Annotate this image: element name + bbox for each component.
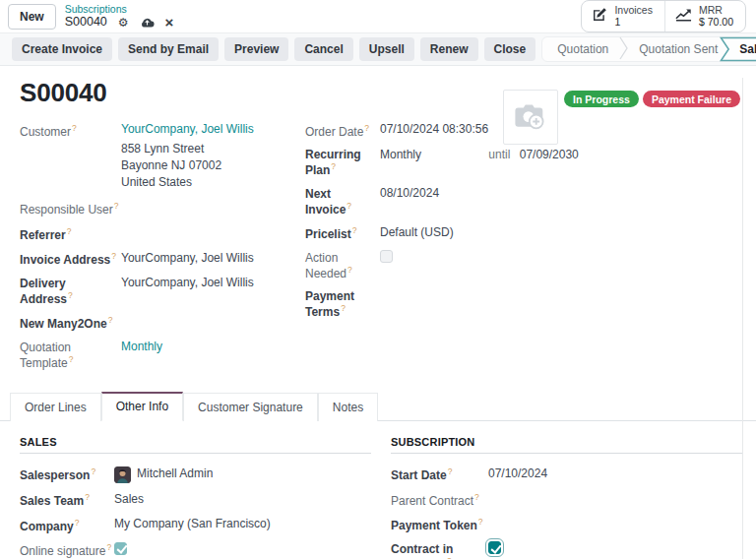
renew-button[interactable]: Renew: [420, 37, 478, 61]
stat-label: Invoices: [614, 4, 653, 16]
discard-icon[interactable]: ×: [165, 15, 174, 30]
field-customer: Customer? YourCompany, Joel Willis 858 L…: [20, 122, 303, 192]
help-marker: ?: [69, 354, 74, 364]
field-delivery-address: Delivery Address? YourCompany, Joel Will…: [20, 276, 303, 306]
mrr-stat-button[interactable]: MRR $ 70.00: [664, 1, 745, 32]
until-date-input[interactable]: 07/09/2030: [520, 148, 579, 161]
help-marker: ?: [111, 251, 116, 261]
subscription-group: SUBSCRIPTION Start Date? 07/10/2024 Pare…: [391, 436, 742, 559]
status-badges: In Progress Payment Failure: [564, 91, 740, 107]
help-marker: ?: [448, 466, 453, 476]
field-payment-terms: Payment Terms?: [305, 289, 640, 320]
help-marker: ?: [67, 226, 72, 236]
help-marker: ?: [478, 517, 483, 527]
help-marker: ?: [364, 123, 369, 133]
journal-edit-icon: [592, 7, 607, 26]
invoice-address-input[interactable]: YourCompany, Joel Willis: [121, 251, 303, 267]
field-contract-in-exception: Contract in exception?: [391, 541, 742, 559]
preview-button[interactable]: Preview: [224, 37, 288, 61]
cancel-button[interactable]: Cancel: [294, 37, 352, 61]
tab-order-lines[interactable]: Order Lines: [10, 393, 101, 421]
statusbar: Quotation Quotation Sent Sales Order: [541, 36, 756, 62]
field-responsible-user: Responsible User?: [20, 201, 303, 217]
invoices-stat-button[interactable]: Invoices 1: [582, 1, 664, 32]
create-invoice-button[interactable]: Create Invoice: [12, 37, 112, 61]
until-label: until: [488, 148, 510, 161]
chart-line-icon: [675, 8, 692, 25]
breadcrumb-parent-link[interactable]: Subscriptions: [65, 3, 174, 15]
payment-failure-badge: Payment Failure: [643, 91, 740, 107]
start-date-input[interactable]: 07/10/2024: [488, 466, 742, 482]
field-sales-team: Sales Team? Sales: [20, 492, 371, 509]
salesperson-avatar: [114, 466, 131, 483]
recurring-plan-select[interactable]: Monthly: [380, 148, 485, 163]
stat-value: 1: [614, 16, 620, 28]
media-block: In Progress Payment Failure: [503, 90, 740, 145]
tab-other-info[interactable]: Other Info: [101, 392, 183, 421]
action-needed-checkbox[interactable]: [380, 250, 393, 263]
action-toolbar: Create Invoice Send by Email Preview Can…: [0, 32, 756, 66]
field-payment-token: Payment Token?: [391, 517, 742, 533]
field-action-needed: Action Needed?: [305, 250, 640, 280]
notebook-tabs: Order Lines Other Info Customer Signatur…: [0, 392, 756, 421]
breadcrumb: Subscriptions S00040 ⚙ ×: [65, 3, 174, 30]
help-marker: ?: [85, 492, 90, 502]
stat-label: MRR: [699, 4, 733, 16]
upsell-button[interactable]: Upsell: [359, 37, 414, 61]
field-parent-contract: Parent Contract?: [391, 491, 742, 508]
field-invoice-address: Invoice Address? YourCompany, Joel Willi…: [20, 251, 303, 268]
field-next-invoice: Next Invoice? 08/10/2024: [305, 186, 640, 217]
help-marker: ?: [108, 315, 113, 325]
form-sheet: S00040 In Progress Payment Failure: [0, 78, 756, 559]
in-progress-badge: In Progress: [564, 91, 639, 107]
help-marker: ?: [474, 492, 479, 502]
help-marker: ?: [75, 518, 80, 528]
help-marker: ?: [68, 290, 73, 300]
field-online-signature: Online signature?: [20, 542, 371, 559]
online-signature-checkbox[interactable]: [114, 542, 127, 555]
subscription-section-title: SUBSCRIPTION: [391, 436, 742, 454]
help-marker: ?: [91, 466, 95, 476]
chevron-right-icon: [619, 35, 628, 64]
status-step-sales-order-active[interactable]: Sales Order: [720, 36, 756, 62]
field-pricelist: Pricelist? Default (USD): [305, 225, 640, 242]
next-invoice-input[interactable]: 08/10/2024: [380, 186, 640, 202]
help-marker: ?: [114, 201, 119, 211]
camera-plus-icon: [513, 101, 548, 134]
tab-notes[interactable]: Notes: [318, 393, 378, 421]
contract-in-exception-checkbox[interactable]: [488, 541, 501, 554]
delivery-address-input[interactable]: YourCompany, Joel Willis: [121, 276, 303, 291]
sales-team-input[interactable]: Sales: [114, 492, 371, 508]
quotation-template-link[interactable]: Monthly: [121, 340, 162, 353]
status-step-quotation-sent[interactable]: Quotation Sent: [628, 42, 728, 56]
customer-link[interactable]: YourCompany, Joel Willis: [121, 122, 254, 136]
field-salesperson: Salesperson? Mitchell Admin: [20, 466, 371, 483]
image-upload-placeholder[interactable]: [503, 90, 558, 145]
field-column-right: Order Date? 07/10/2024 08:30:56 Recurrin…: [305, 122, 640, 379]
field-referrer: Referrer?: [20, 225, 303, 242]
help-marker: ?: [352, 225, 357, 235]
salesperson-input[interactable]: Mitchell Admin: [137, 466, 213, 482]
close-button[interactable]: Close: [484, 37, 536, 61]
status-step-label: Sales Order: [720, 42, 756, 56]
field-new-many2one: New Many2One?: [20, 315, 303, 332]
help-marker: ?: [341, 303, 346, 313]
help-marker: ?: [347, 265, 352, 275]
new-button[interactable]: New: [8, 4, 56, 30]
sales-section-title: SALES: [20, 436, 371, 454]
pricelist-input[interactable]: Default (USD): [380, 225, 640, 241]
subscription-form-page: New Subscriptions S00040 ⚙ × Invoices 1: [0, 0, 756, 559]
help-marker: ?: [346, 201, 351, 211]
gear-icon[interactable]: ⚙: [118, 17, 129, 29]
tab-customer-signature[interactable]: Customer Signature: [183, 393, 318, 421]
company-input[interactable]: My Company (San Francisco): [114, 517, 371, 532]
stat-buttons: Invoices 1 MRR $ 70.00: [581, 0, 746, 32]
top-field-groups: Customer? YourCompany, Joel Willis 858 L…: [0, 122, 756, 379]
send-by-email-button[interactable]: Send by Email: [118, 37, 219, 61]
cloud-save-icon[interactable]: [140, 17, 155, 28]
field-quotation-template: Quotation Template? Monthly: [20, 340, 303, 370]
field-recurring-plan: Recurring Plan? Monthly until 07/09/2030: [305, 148, 640, 178]
breadcrumb-current: S00040: [65, 15, 107, 29]
status-step-quotation[interactable]: Quotation: [546, 42, 619, 56]
sales-group: SALES Salesperson? Mitchell Admin Sales …: [20, 436, 371, 559]
